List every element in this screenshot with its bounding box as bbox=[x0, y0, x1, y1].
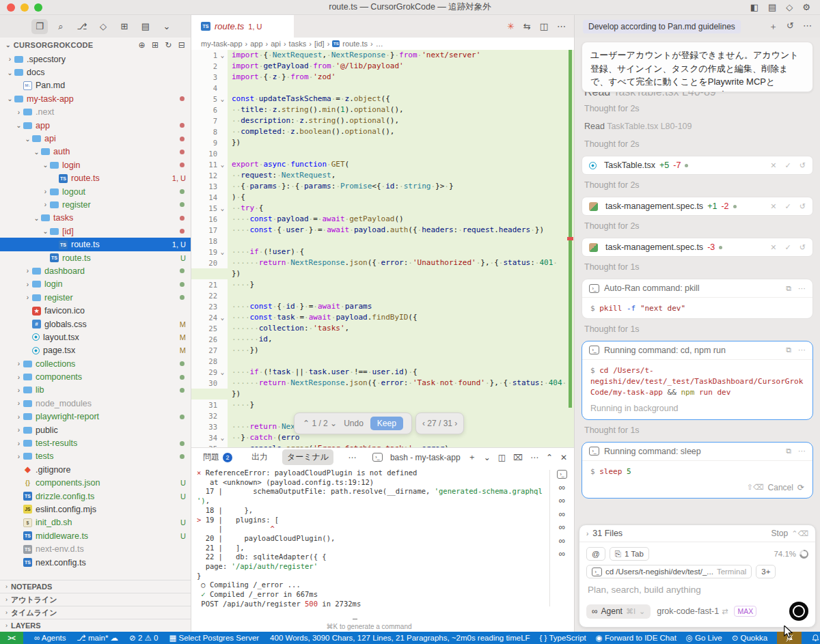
breadcrumb-item[interactable]: [id] bbox=[314, 40, 325, 48]
code-text[interactable]: const task = await payload.findByID({ bbox=[228, 312, 564, 323]
breadcrumb-item[interactable]: tasks bbox=[289, 40, 307, 48]
toggle-panel-icon[interactable]: ▤ bbox=[768, 2, 776, 12]
tree-item-next.config.ts[interactable]: TSnext.config.ts bbox=[0, 556, 191, 569]
more-icon[interactable]: ⋯ bbox=[803, 20, 812, 33]
tree-item-register[interactable]: ›register bbox=[0, 198, 191, 211]
stop-button[interactable]: Stop ⌃⌫ bbox=[771, 529, 808, 538]
file-edit-card[interactable]: task-management.spec.ts-3✕✓↺ bbox=[582, 238, 813, 257]
code-text[interactable]: export async function GET( bbox=[228, 159, 564, 170]
tree-item-route.ts[interactable]: TSroute.ts1, U bbox=[0, 238, 191, 251]
terminal-output[interactable]: × ReferenceError: payloadCloudPlugin is … bbox=[197, 468, 543, 619]
ai-edit-icon[interactable]: ✳ bbox=[507, 21, 515, 31]
tree-item-docs[interactable]: ⌄docs bbox=[0, 66, 191, 79]
more-icon[interactable]: ⋯ bbox=[530, 453, 538, 462]
git-branch[interactable]: ⎇ main* ☁ bbox=[77, 632, 119, 644]
cancel-command-button[interactable]: ⇧⌫Cancel⟳ bbox=[582, 481, 812, 498]
code-text[interactable] bbox=[228, 83, 564, 94]
code-text[interactable]: import { NextRequest, NextResponse } fro… bbox=[228, 50, 564, 61]
tree-item-lib[interactable]: ›lib bbox=[0, 384, 191, 397]
max-mode-badge[interactable]: MAX bbox=[734, 606, 756, 617]
accept-icon[interactable]: ✓ bbox=[785, 243, 791, 252]
add-terminal-icon[interactable]: ＋ bbox=[468, 451, 476, 463]
tree-item-.gitignore[interactable]: ◆.gitignore bbox=[0, 463, 191, 476]
code-text[interactable]: } bbox=[228, 279, 564, 290]
reject-icon[interactable]: ✕ bbox=[770, 202, 776, 211]
thought-label[interactable]: Thought for 1s bbox=[582, 425, 813, 438]
command-text[interactable]: $ cd /Users/t-negishi/dev/test/_test/Tas… bbox=[582, 360, 812, 402]
docs-icon[interactable]: ▤ bbox=[137, 19, 154, 34]
tree-item-globals.css[interactable]: #globals.cssM bbox=[0, 318, 191, 331]
code-editor[interactable]: 1⌄import { NextRequest, NextResponse } f… bbox=[191, 50, 574, 447]
tree-item-playwright-report[interactable]: ›playwright-report bbox=[0, 410, 191, 423]
postgres-server[interactable]: ▦ Select Postgres Server bbox=[169, 632, 259, 644]
terminal-session-label[interactable]: bash - my-task-app bbox=[390, 453, 461, 462]
fold-icon[interactable]: ⌄ bbox=[217, 247, 228, 257]
tree-item-tests[interactable]: ›tests bbox=[0, 450, 191, 463]
file-edit-card[interactable]: TaskTable.tsx+5-7✕✓↺ bbox=[582, 156, 813, 175]
code-text[interactable]: { params }: { params: Promise<{ id: stri… bbox=[228, 181, 564, 192]
code-text[interactable]: const { id } = await params bbox=[228, 301, 564, 312]
code-text[interactable] bbox=[228, 236, 564, 247]
toggle-sidebar-icon[interactable]: ◧ bbox=[750, 2, 758, 12]
read-file-label[interactable]: Read TaskTable.tsx L80-109 bbox=[582, 122, 813, 134]
thought-label[interactable]: Thought for 2s bbox=[582, 139, 813, 152]
code-text[interactable]: id, bbox=[228, 334, 564, 345]
collapse-all-icon[interactable]: ⊟ bbox=[178, 40, 185, 50]
accept-icon[interactable]: ✓ bbox=[785, 202, 791, 211]
tree-item-[id][interactable]: ⌄[id] bbox=[0, 225, 191, 238]
code-text[interactable]: }) bbox=[228, 137, 564, 148]
chevron-down-icon[interactable]: ⌄ bbox=[159, 19, 175, 34]
code-text[interactable]: if (!user) { bbox=[228, 247, 564, 257]
tree-item-register[interactable]: ›register bbox=[0, 291, 191, 304]
close-panel-icon[interactable]: ✕ bbox=[560, 453, 567, 462]
tree-item-middleware.ts[interactable]: TSmiddleware.tsU bbox=[0, 529, 191, 542]
problems-status[interactable]: ⊘ 2 ⚠ 0 bbox=[129, 632, 158, 644]
agent-terminal-icon[interactable]: ∞ bbox=[559, 536, 565, 545]
code-text[interactable]: return NextResponse.json({ error: 'Unaut… bbox=[228, 257, 564, 279]
tree-item-app[interactable]: ⌄app bbox=[0, 119, 191, 132]
more-icon[interactable]: ⋯ bbox=[798, 346, 806, 354]
new-file-icon[interactable]: ⊕ bbox=[139, 40, 146, 50]
code-text[interactable]: const payload = await getPayload() bbox=[228, 214, 564, 225]
code-text[interactable]: if (!task || task.user !== user.id) { bbox=[228, 367, 564, 378]
code-text[interactable]: collection: 'tasks', bbox=[228, 323, 564, 334]
more-icon[interactable]: ⋯ bbox=[798, 284, 806, 293]
code-text[interactable]: try { bbox=[228, 203, 564, 214]
new-folder-icon[interactable]: ⊞ bbox=[152, 40, 159, 50]
search-icon[interactable]: ⌕ bbox=[53, 19, 69, 34]
sidebar-section-アウトライン[interactable]: ›アウトライン bbox=[0, 593, 191, 606]
word-count[interactable]: 400 Words, 3090 Chars, 127 Lines, 21 Par… bbox=[270, 632, 521, 644]
open-in-terminal-icon[interactable]: ⧉ bbox=[786, 346, 791, 354]
tree-item-components.json[interactable]: {}components.jsonU bbox=[0, 477, 191, 490]
reject-icon[interactable]: ✕ bbox=[770, 243, 776, 252]
tree-item-tasks[interactable]: ⌄tasks bbox=[0, 212, 191, 225]
tree-item-layout.tsx[interactable]: layout.tsxM bbox=[0, 331, 191, 344]
cube-icon[interactable]: ◇ bbox=[786, 2, 793, 12]
tab-context-chip[interactable]: ⎘ 1 Tab bbox=[610, 547, 649, 561]
undo-button[interactable]: Undo bbox=[344, 419, 364, 428]
open-in-terminal-icon[interactable]: ⧉ bbox=[786, 447, 791, 456]
revert-icon[interactable]: ↺ bbox=[800, 161, 806, 170]
code-text[interactable]: import getPayload from '@/lib/payload' bbox=[228, 61, 564, 72]
tree-item-my-task-app[interactable]: ⌄my-task-app bbox=[0, 92, 191, 105]
fold-icon[interactable]: ⌄ bbox=[217, 94, 228, 104]
more-actions-icon[interactable]: ⋯ bbox=[557, 21, 566, 31]
code-text[interactable]: title: z.string().min(1).optional(), bbox=[228, 104, 564, 115]
terminal-context-chip[interactable]: ›_ cd /Users/t-negishi/dev/test/_... Ter… bbox=[586, 565, 752, 578]
remote-indicator[interactable]: >< bbox=[0, 632, 23, 644]
explorer-header[interactable]: ⌄ CURSORGROKCODE ⊕⊞↻⊟ bbox=[0, 38, 191, 53]
code-text[interactable] bbox=[228, 356, 564, 367]
code-text[interactable]: }) bbox=[228, 345, 564, 356]
code-text[interactable]: ) { bbox=[228, 192, 564, 203]
reject-icon[interactable]: ✕ bbox=[770, 161, 776, 170]
tree-item-init_db.sh[interactable]: $init_db.shU bbox=[0, 516, 191, 529]
thought-label[interactable]: Thought for 2s bbox=[582, 180, 813, 193]
more-icon[interactable]: ⋯ bbox=[798, 447, 806, 456]
tree-item-api[interactable]: ⌄api bbox=[0, 132, 191, 145]
code-text[interactable]: import { z } from 'zod' bbox=[228, 72, 564, 83]
go-live[interactable]: ◎ Go Live bbox=[686, 632, 722, 644]
keep-button[interactable]: Keep bbox=[370, 417, 403, 430]
agents-status[interactable]: ∞ Agents bbox=[34, 632, 66, 644]
code-text[interactable]: } bbox=[228, 400, 564, 410]
split-editor-icon[interactable]: ◫ bbox=[540, 21, 548, 31]
